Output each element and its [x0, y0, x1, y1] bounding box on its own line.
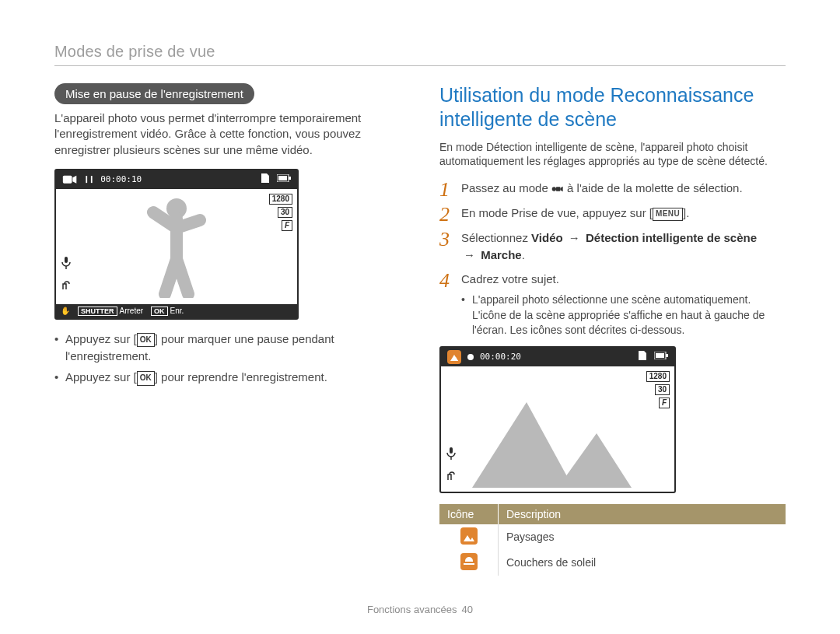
timer-label: 00:00:20 — [480, 352, 521, 362]
svg-rect-10 — [666, 354, 668, 357]
desc-couchers: Couchers de soleil — [499, 550, 786, 576]
breadcrumb: Modes de prise de vue — [54, 43, 786, 61]
video-mode-icon — [62, 173, 78, 186]
record-icon — [467, 354, 474, 360]
lcd-left-icons — [61, 256, 73, 295]
lcd-right-icons: 1280 30 F — [269, 194, 292, 231]
fps-badge: 30 — [655, 384, 670, 395]
person-silhouette — [142, 197, 212, 298]
svg-point-7 — [552, 187, 556, 191]
bullet-resume: Appuyez sur [OK] pour reprendre l'enregi… — [54, 369, 401, 386]
step-2: 2 En mode Prise de vue, appuyez sur [MEN… — [439, 205, 786, 222]
intro-paragraph-right: En mode Détection intelligente de scène,… — [439, 140, 786, 170]
intro-paragraph: L'appareil photo vous permet d'interromp… — [54, 110, 401, 158]
battery-icon — [654, 352, 668, 362]
step-4: 4 Cadrez votre sujet. L'appareil photo s… — [439, 271, 786, 338]
microphone-icon — [61, 256, 73, 273]
main-heading: Utilisation du mode Reconnaissance intel… — [439, 83, 786, 132]
stabilizer-icon — [61, 279, 73, 295]
svg-rect-0 — [63, 176, 72, 184]
lcd-top-bar: 00:00:20 — [441, 348, 674, 366]
pause-icon: ❙❙ — [84, 174, 94, 184]
lcd-right-icons: 1280 30 F — [646, 371, 670, 408]
microphone-icon — [446, 447, 458, 464]
step-4-sub: L'appareil photo sélectionne une scène a… — [461, 292, 786, 338]
svg-rect-8 — [556, 187, 560, 191]
svg-rect-2 — [289, 177, 291, 180]
memory-card-icon — [260, 173, 271, 186]
step-number: 4 — [439, 266, 450, 296]
ok-button-label: OK Enr. — [151, 306, 184, 316]
battery-icon — [277, 174, 291, 184]
camera-lcd-scene: 00:00:20 1280 30 F — [439, 346, 676, 493]
svg-rect-11 — [656, 353, 664, 358]
lcd-bottom-bar: ✋ SHUTTER Arreter OK Enr. — [56, 304, 297, 318]
stabilizer-icon — [446, 470, 458, 485]
section-rule — [54, 65, 786, 66]
aperture-badge: F — [282, 220, 292, 231]
fps-badge: 30 — [278, 207, 292, 218]
shutter-button-label: SHUTTER Arreter — [78, 306, 143, 316]
table-row: Paysages — [439, 524, 786, 550]
ok-icon: OK — [137, 333, 155, 348]
step-3: 3 Sélectionnez Vidéo → Détection intelli… — [439, 229, 786, 264]
table-row: Couchers de soleil — [439, 550, 786, 576]
bullet-list: Appuyez sur [OK] pour marquer une pause … — [54, 331, 401, 386]
landscape-scene-icon — [447, 350, 461, 364]
right-column: Utilisation du mode Reconnaissance intel… — [439, 83, 786, 576]
landscape-icon — [460, 527, 478, 545]
timer-label: 00:00:10 — [100, 174, 142, 184]
sunset-icon — [460, 553, 478, 570]
mountain-silhouette — [472, 387, 643, 488]
desc-paysages: Paysages — [499, 524, 786, 550]
lcd-top-bar: ❙❙ 00:00:10 — [56, 170, 297, 189]
resolution-badge: 1280 — [269, 194, 292, 205]
memory-card-icon — [637, 350, 648, 363]
aperture-badge: F — [659, 398, 670, 408]
step-1: 1 Passez au mode à l'aide de la molette … — [439, 180, 786, 197]
camera-lcd-recording: ❙❙ 00:00:10 1280 30 F — [54, 169, 299, 320]
svg-rect-3 — [278, 176, 287, 180]
pause-recording-heading: Mise en pause de l'enregistrement — [54, 83, 254, 104]
resolution-badge: 1280 — [646, 371, 670, 382]
menu-icon: MENU — [653, 208, 683, 221]
step-number: 3 — [439, 225, 450, 254]
hand-icon: ✋ — [61, 306, 70, 315]
svg-rect-12 — [450, 447, 453, 454]
dial-video-icon — [551, 184, 564, 194]
step-list: 1 Passez au mode à l'aide de la molette … — [439, 180, 786, 338]
lcd-left-icons — [446, 447, 458, 485]
left-column: Mise en pause de l'enregistrement L'appa… — [54, 83, 401, 576]
th-description: Description — [499, 504, 786, 524]
bullet-pause: Appuyez sur [OK] pour marquer une pause … — [54, 331, 401, 365]
icon-table: Icône Description Paysages Couchers de s… — [439, 504, 786, 576]
svg-rect-4 — [65, 257, 68, 263]
ok-icon: OK — [137, 371, 155, 386]
page-footer: Fonctions avancées40 — [0, 604, 840, 615]
th-icon: Icône — [439, 504, 499, 524]
